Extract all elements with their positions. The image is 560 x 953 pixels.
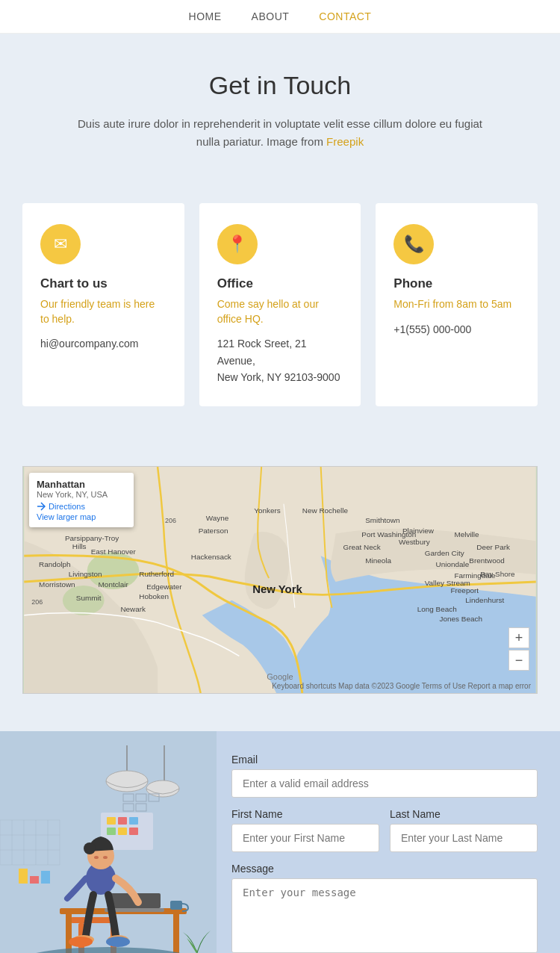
first-name-input[interactable] [231,824,379,852]
form-illustration [0,731,217,953]
svg-rect-49 [129,817,138,825]
card-office: 📍 Office Come say hello at our office HQ… [199,203,361,406]
svg-text:Rutherford: Rutherford [139,570,174,578]
svg-text:Summit: Summit [76,594,102,602]
message-field-container: Message [231,863,538,953]
svg-text:Jones Beach: Jones Beach [440,615,482,623]
nav-about[interactable]: ABOUT [252,10,290,22]
svg-text:Paterson: Paterson [199,527,228,536]
svg-text:Long Beach: Long Beach [417,605,457,613]
svg-text:Livingston: Livingston [69,570,102,578]
map-place-name: Manhattan [37,479,126,490]
card-phone-detail: +1(555) 000-000 [393,321,520,338]
card-office-title: Office [217,276,343,291]
svg-text:Freeport: Freeport [450,586,479,595]
form-section: Email First Name Last Name Message MAKE … [0,731,560,953]
svg-point-82 [103,856,108,859]
svg-text:Mineola: Mineola [365,557,391,565]
map-zoom-out[interactable]: − [508,650,529,671]
illustration-svg [0,731,217,953]
map-footer: Keyboard shortcuts Map data ©2023 Google… [272,682,531,690]
svg-text:Smithtown: Smithtown [365,516,399,524]
svg-text:Parsippany-Troy: Parsippany-Troy [65,535,119,543]
svg-text:Brentwood: Brentwood [469,557,504,565]
svg-rect-48 [118,817,127,825]
svg-text:Morristown: Morristown [39,580,75,589]
svg-rect-65 [19,869,28,884]
card-office-detail: 121 Rock Sreet, 21 Avenue,New York, NY 9… [217,335,343,385]
map-view-larger[interactable]: View larger map [37,512,126,521]
svg-text:Hackensack: Hackensack [191,553,231,562]
svg-rect-51 [118,828,127,835]
freepik-link[interactable]: Freepik [326,135,364,148]
first-name-label: First Name [231,808,379,820]
map-place-sub: New York, NY, USA [37,490,126,499]
form-right: Email First Name Last Name Message MAKE … [217,731,560,953]
svg-text:New York: New York [252,583,302,595]
svg-point-81 [94,856,99,859]
cards-row: ✉ Chart to us Our friendly team is here … [22,203,538,406]
name-row: First Name Last Name [231,808,538,863]
svg-rect-47 [107,817,116,825]
nav-contact[interactable]: CONTACT [319,10,371,22]
svg-text:New Rochelle: New Rochelle [302,506,349,515]
email-input[interactable] [231,769,538,798]
map-directions[interactable]: Directions [37,502,126,511]
svg-rect-50 [107,828,116,835]
map-section: Parsippany-Troy Hills Randolph East Hano… [0,444,560,731]
card-office-subtitle: Come say hello at our office HQ. [217,297,343,326]
navigation: HOME ABOUT CONTACT [0,0,560,34]
svg-text:Montclair: Montclair [99,580,129,589]
card-phone-subtitle: Mon-Fri from 8am to 5am [393,297,520,312]
email-label: Email [231,754,538,766]
last-name-field-container: Last Name [390,808,538,863]
svg-text:Yonkers: Yonkers [254,506,281,515]
map-zoom-in[interactable]: + [508,627,529,648]
hero-title: Get in Touch [30,71,530,100]
card-chat-subtitle: Our friendly team is here to help. [40,297,167,326]
card-phone-title: Phone [393,276,520,291]
svg-point-86 [106,937,130,947]
svg-point-85 [69,937,93,947]
map-google-logo: Google [267,672,293,681]
message-label: Message [231,863,538,875]
svg-text:Deer Park: Deer Park [476,544,510,552]
svg-text:Randolph: Randolph [39,560,70,568]
svg-text:Plainview: Plainview [402,527,435,536]
svg-text:Garden City: Garden City [425,550,464,558]
svg-text:206: 206 [31,598,43,606]
nav-home[interactable]: HOME [189,10,222,22]
last-name-label: Last Name [390,808,538,820]
message-input[interactable] [231,878,538,953]
cards-section: ✉ Chart to us Our friendly team is here … [0,181,560,444]
svg-point-80 [84,842,96,854]
office-icon: 📍 [217,224,258,264]
svg-text:Wayne: Wayne [206,514,229,522]
svg-text:Hills: Hills [72,543,87,551]
svg-rect-52 [129,828,138,835]
svg-rect-68 [71,917,116,923]
card-chat: ✉ Chart to us Our friendly team is here … [22,203,184,406]
email-field-container: Email [231,754,538,808]
svg-text:Newark: Newark [120,605,146,613]
map-popup: Manhattan New York, NY, USA Directions V… [29,473,134,527]
svg-text:Hoboken: Hoboken [139,592,169,600]
svg-text:Uniondale: Uniondale [436,560,470,568]
hero-section: Get in Touch Duis aute irure dolor in re… [0,34,560,181]
svg-text:Great Neck: Great Neck [343,544,380,552]
svg-text:Edgewater: Edgewater [146,583,182,591]
card-phone: 📞 Phone Mon-Fri from 8am to 5am +1(555) … [376,203,538,406]
svg-rect-67 [41,871,50,884]
svg-text:Bay Shore: Bay Shore [480,570,515,578]
svg-rect-66 [30,876,39,884]
svg-text:206: 206 [165,517,176,524]
map-container[interactable]: Parsippany-Troy Hills Randolph East Hano… [22,466,538,694]
map-controls: + − [508,627,529,671]
svg-text:East Hanover: East Hanover [91,548,137,556]
svg-text:Westbury: Westbury [399,538,430,547]
card-chat-detail: hi@ourcompany.com [40,335,167,352]
last-name-input[interactable] [390,824,538,852]
hero-description: Duis aute irure dolor in reprehenderit i… [71,115,489,151]
phone-icon: 📞 [393,224,434,264]
svg-text:Lindenhurst: Lindenhurst [465,596,504,604]
